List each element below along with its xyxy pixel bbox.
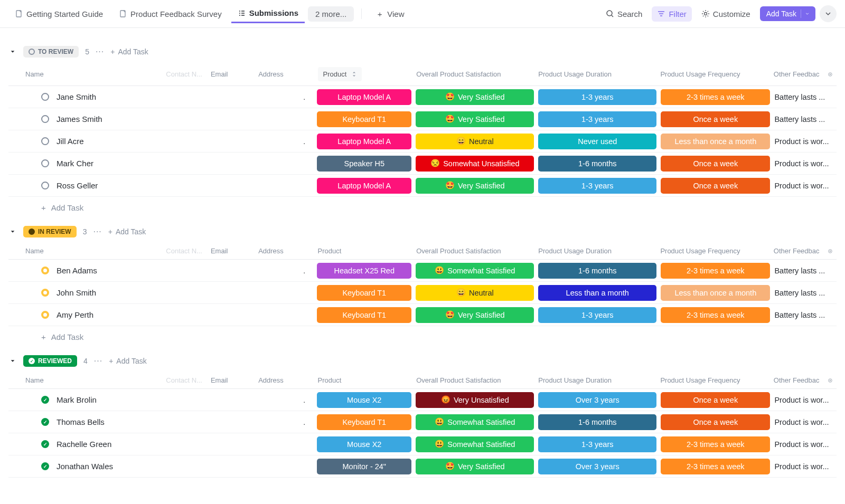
table-row[interactable]: Mark Cher Speaker H5 😒Somewhat Unsatisfi…	[8, 153, 837, 175]
cell-address[interactable]: .	[255, 267, 315, 275]
tag-chip[interactable]: 😃Somewhat Satisfied	[416, 436, 534, 452]
column-duration[interactable]: Product Usage Duration	[534, 247, 656, 255]
customize-button[interactable]: Customize	[696, 6, 756, 22]
cell-address[interactable]: .	[255, 418, 315, 426]
cell-product[interactable]: Monitor - 24"	[315, 459, 414, 474]
tag-chip[interactable]: 1-3 years	[538, 111, 656, 127]
tag-chip[interactable]: 😒Somewhat Unsatisfied	[416, 156, 534, 172]
column-email[interactable]: Email	[206, 67, 254, 81]
cell-frequency[interactable]: Once a week	[659, 414, 772, 430]
column-frequency[interactable]: Product Usage Frequency	[656, 247, 769, 255]
view-tab-submissions[interactable]: Submissions	[231, 4, 305, 23]
cell-satisfaction[interactable]: 😄Neutral	[414, 285, 536, 301]
status-pill[interactable]: ✓REVIEWED	[23, 355, 77, 367]
add-column-button[interactable]	[824, 376, 837, 384]
column-feedback[interactable]: Other Feedbac	[769, 247, 824, 255]
tag-chip[interactable]: Less than a month	[538, 285, 656, 301]
tag-chip[interactable]: Once a week	[661, 178, 770, 194]
tag-chip[interactable]: 😃Somewhat Satisfied	[416, 263, 534, 279]
cell-name[interactable]: ✓Rachelle Green	[8, 440, 163, 449]
tag-chip[interactable]: 1-3 years	[538, 89, 656, 105]
cell-feedback[interactable]: Battery lasts ...	[772, 93, 837, 101]
column-contact[interactable]: Contact N...	[162, 247, 206, 255]
cell-frequency[interactable]: 2-3 times a week	[659, 459, 772, 474]
status-pill[interactable]: IN REVIEW	[23, 226, 77, 237]
table-row[interactable]: ✓Thomas Bells . Keyboard T1 😃Somewhat Sa…	[8, 411, 837, 433]
cell-satisfaction[interactable]: 🤩Very Satisfied	[414, 307, 536, 323]
tag-chip[interactable]: 🤩Very Satisfied	[416, 111, 534, 127]
column-frequency[interactable]: Product Usage Frequency	[656, 67, 769, 81]
tag-chip[interactable]: Laptop Model A	[317, 134, 411, 149]
column-contact[interactable]: Contact N...	[162, 67, 206, 81]
cell-frequency[interactable]: Once a week	[659, 392, 772, 408]
cell-feedback[interactable]: Product is wor...	[772, 396, 837, 404]
cell-feedback[interactable]: Product is wor...	[772, 440, 837, 449]
cell-frequency[interactable]: Less than once a month	[659, 285, 772, 301]
column-feedback[interactable]: Other Feedbac	[769, 67, 824, 81]
tag-chip[interactable]: Laptop Model A	[317, 178, 411, 194]
tag-chip[interactable]: 1-3 years	[538, 178, 656, 194]
cell-satisfaction[interactable]: 🤩Very Satisfied	[414, 89, 536, 105]
cell-feedback[interactable]: Product is wor...	[772, 182, 837, 190]
column-name[interactable]: Name	[8, 247, 162, 255]
tag-chip[interactable]: Over 3 years	[538, 392, 656, 408]
cell-feedback[interactable]: Product is wor...	[772, 462, 837, 471]
column-duration[interactable]: Product Usage Duration	[534, 67, 656, 81]
cell-frequency[interactable]: Once a week	[659, 156, 772, 172]
cell-duration[interactable]: Never used	[536, 134, 659, 149]
cell-product[interactable]: Headset X25 Red	[315, 263, 414, 279]
tag-chip[interactable]: Once a week	[661, 111, 770, 127]
tag-chip[interactable]: Mouse X2	[317, 436, 411, 452]
group-collapse-toggle[interactable]	[8, 47, 17, 56]
cell-frequency[interactable]: 2-3 times a week	[659, 263, 772, 279]
tag-chip[interactable]: Keyboard T1	[317, 285, 411, 301]
table-row[interactable]: John Smith Keyboard T1 😄Neutral Less tha…	[8, 282, 837, 304]
table-row[interactable]: Jane Smith . Laptop Model A 🤩Very Satisf…	[8, 86, 837, 108]
tag-chip[interactable]: Keyboard T1	[317, 111, 411, 127]
group-add-task[interactable]: +Add Task	[109, 357, 147, 365]
column-duration[interactable]: Product Usage Duration	[534, 376, 656, 384]
tag-chip[interactable]: Keyboard T1	[317, 307, 411, 323]
cell-product[interactable]: Keyboard T1	[315, 307, 414, 323]
add-column-button[interactable]	[824, 67, 837, 81]
tag-chip[interactable]: Keyboard T1	[317, 414, 411, 430]
tag-chip[interactable]: 1-6 months	[538, 414, 656, 430]
tag-chip[interactable]: Headset X25 Red	[317, 263, 411, 279]
cell-frequency[interactable]: 2-3 times a week	[659, 436, 772, 452]
cell-duration[interactable]: 1-6 months	[536, 263, 659, 279]
cell-name[interactable]: Jill Acre	[8, 137, 163, 146]
cell-product[interactable]: Laptop Model A	[315, 178, 414, 194]
tag-chip[interactable]: 2-3 times a week	[661, 436, 770, 452]
tag-chip[interactable]: Over 3 years	[538, 459, 656, 474]
tag-chip[interactable]: Never used	[538, 134, 656, 149]
cell-feedback[interactable]: Battery lasts ...	[772, 267, 837, 275]
cell-satisfaction[interactable]: 🤩Very Satisfied	[414, 178, 536, 194]
cell-name[interactable]: Jane Smith	[8, 92, 163, 101]
view-tab-survey[interactable]: Product Feedback Survey	[112, 5, 228, 23]
column-address[interactable]: Address	[254, 376, 313, 384]
inline-add-task[interactable]: +Add Task	[8, 197, 837, 214]
tag-chip[interactable]: Less than once a month	[661, 134, 770, 149]
cell-duration[interactable]: 1-3 years	[536, 178, 659, 194]
cell-feedback[interactable]: Product is wor...	[772, 418, 837, 426]
view-tab-getting-started[interactable]: Getting Started Guide	[8, 5, 109, 23]
add-view-button[interactable]: + View	[369, 5, 410, 23]
tag-chip[interactable]: 😡Very Unsatisfied	[416, 392, 534, 408]
column-contact[interactable]: Contact N...	[162, 376, 206, 384]
tag-chip[interactable]: 🤩Very Satisfied	[416, 307, 534, 323]
cell-product[interactable]: Keyboard T1	[315, 111, 414, 127]
tag-chip[interactable]: 🤩Very Satisfied	[416, 89, 534, 105]
cell-product[interactable]: Laptop Model A	[315, 134, 414, 149]
tag-chip[interactable]: 2-3 times a week	[661, 459, 770, 474]
cell-duration[interactable]: Over 3 years	[536, 459, 659, 474]
inline-add-task[interactable]: +Add Task	[8, 326, 837, 344]
column-satisfaction[interactable]: Overall Product Satisfaction	[412, 376, 534, 384]
column-product[interactable]: Product	[314, 376, 412, 384]
table-row[interactable]: ✓Mark Brolin . Mouse X2 😡Very Unsatisfie…	[8, 389, 837, 411]
cell-satisfaction[interactable]: 😄Neutral	[414, 134, 536, 149]
tag-chip[interactable]: 1-3 years	[538, 436, 656, 452]
cell-product[interactable]: Speaker H5	[315, 156, 414, 172]
view-more-dropdown[interactable]: 2 more...	[308, 6, 354, 22]
table-row[interactable]: Amy Perth Keyboard T1 🤩Very Satisfied 1-…	[8, 304, 837, 326]
cell-duration[interactable]: 1-3 years	[536, 111, 659, 127]
